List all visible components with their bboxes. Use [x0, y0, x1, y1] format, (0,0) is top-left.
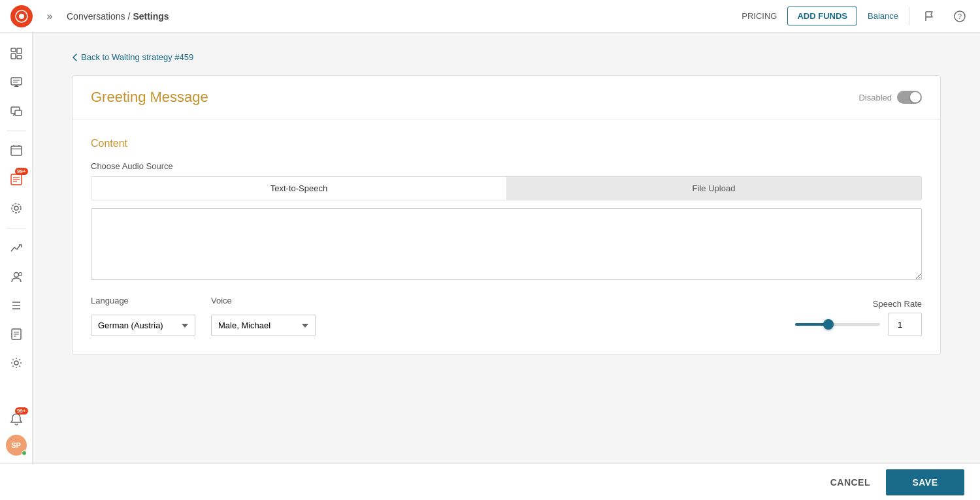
svg-point-1 — [19, 14, 24, 19]
audio-source-label: Choose Audio Source — [91, 161, 922, 171]
sidebar-item-campaigns[interactable] — [3, 138, 29, 164]
sidebar-item-analytics[interactable] — [3, 235, 29, 261]
balance-label[interactable]: Balance — [868, 11, 898, 21]
logo — [10, 5, 33, 27]
expand-button[interactable]: » — [41, 7, 59, 25]
topbar-right: PRICING ADD FUNDS Balance ? — [742, 7, 970, 26]
voice-field-group: Voice Male, Michael Female, Anna Male, H… — [211, 296, 316, 336]
settings-row: Language German (Austria) English (US) E… — [91, 296, 922, 336]
main-layout: 99+ — [0, 33, 980, 463]
speech-rate-group: Speech Rate — [331, 299, 922, 336]
content-area: Back to Waiting strategy #459 Greeting M… — [33, 33, 980, 463]
toggle-switch[interactable] — [897, 91, 922, 104]
content-section-title: Content — [91, 138, 922, 149]
back-link-text: Back to Waiting strategy #459 — [81, 52, 193, 62]
sidebar-item-dashboard[interactable] — [3, 40, 29, 67]
sidebar-item-reports[interactable] — [3, 321, 29, 347]
tab-text-to-speech[interactable]: Text-to-Speech — [91, 177, 506, 200]
slider-thumb — [823, 319, 834, 330]
footer-bar: CANCEL SAVE — [0, 463, 980, 500]
speech-rate-input[interactable] — [888, 313, 922, 336]
save-button[interactable]: SAVE — [886, 469, 964, 495]
card-body: Content Choose Audio Source Text-to-Spee… — [73, 119, 940, 354]
sidebar-item-conversations[interactable] — [3, 69, 29, 95]
svg-text:?: ? — [958, 12, 962, 20]
sidebar-item-lists[interactable] — [3, 292, 29, 319]
disabled-toggle: Disabled — [858, 91, 922, 104]
svg-rect-5 — [11, 54, 16, 59]
speech-rate-slider-track[interactable] — [795, 323, 880, 326]
sidebar-item-messages[interactable] — [3, 98, 29, 124]
tts-textarea[interactable] — [91, 208, 922, 280]
sidebar-divider-1 — [7, 131, 26, 131]
audio-source-tabs: Text-to-Speech File Upload — [91, 176, 922, 200]
flag-icon-button[interactable] — [920, 7, 939, 26]
notification-button[interactable]: 99+ — [3, 406, 29, 432]
help-icon-button[interactable]: ? — [950, 7, 970, 26]
svg-rect-12 — [15, 110, 22, 116]
pricing-link[interactable]: PRICING — [742, 11, 777, 21]
disabled-label: Disabled — [858, 93, 892, 102]
tab-file-upload[interactable]: File Upload — [506, 177, 921, 200]
svg-point-23 — [14, 273, 18, 277]
toggle-thumb — [910, 92, 921, 102]
svg-point-22 — [12, 204, 21, 213]
svg-point-24 — [18, 273, 22, 276]
svg-rect-8 — [11, 78, 22, 85]
svg-point-32 — [14, 361, 18, 365]
voice-label: Voice — [211, 296, 316, 305]
sidebar-item-agents[interactable] — [3, 264, 29, 290]
svg-point-21 — [14, 206, 18, 210]
cancel-button[interactable]: CANCEL — [815, 469, 886, 495]
language-dropdown[interactable]: German (Austria) English (US) English (U… — [91, 315, 195, 336]
breadcrumb-separator: / — [128, 11, 131, 22]
sidebar-bottom: 99+ SP — [3, 406, 29, 456]
sidebar-item-automations[interactable] — [3, 195, 29, 221]
breadcrumb-parent: Conversations — [67, 11, 125, 22]
sidebar: 99+ — [0, 33, 33, 463]
svg-rect-4 — [11, 48, 16, 52]
breadcrumb: Conversations / Settings — [67, 11, 169, 22]
language-label: Language — [91, 296, 195, 305]
notification-badge: 99+ — [15, 407, 28, 414]
svg-rect-13 — [11, 146, 22, 155]
topbar-divider — [909, 7, 909, 25]
add-funds-button[interactable]: ADD FUNDS — [787, 7, 857, 25]
slider-row — [795, 313, 922, 336]
sidebar-item-queue[interactable]: 99+ — [3, 166, 29, 193]
sidebar-divider-2 — [7, 228, 26, 228]
greeting-message-card: Greeting Message Disabled Content Choose… — [72, 75, 941, 355]
voice-dropdown[interactable]: Male, Michael Female, Anna Male, Hans — [211, 315, 316, 336]
breadcrumb-current: Settings — [133, 11, 169, 22]
slider-fill — [795, 323, 825, 326]
avatar-initials: SP — [11, 441, 21, 449]
topbar: » Conversations / Settings PRICING ADD F… — [0, 0, 980, 33]
svg-rect-7 — [17, 55, 22, 59]
speech-rate-label: Speech Rate — [873, 299, 922, 309]
avatar[interactable]: SP — [6, 435, 27, 456]
sidebar-item-settings[interactable] — [3, 350, 29, 376]
svg-rect-6 — [17, 48, 22, 54]
queue-badge: 99+ — [15, 168, 28, 175]
language-field-group: Language German (Austria) English (US) E… — [91, 296, 195, 336]
avatar-status-dot — [22, 450, 27, 456]
back-link[interactable]: Back to Waiting strategy #459 — [72, 52, 941, 62]
card-header: Greeting Message Disabled — [73, 76, 940, 119]
card-title: Greeting Message — [91, 89, 208, 106]
